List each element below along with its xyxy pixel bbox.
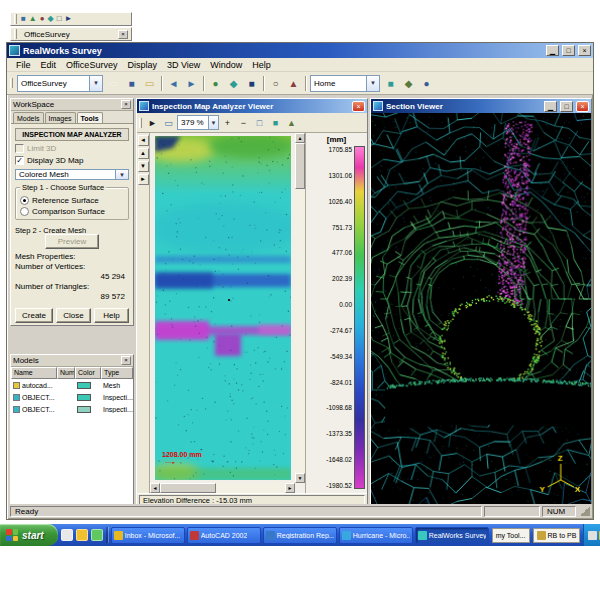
quick-launch-icon[interactable] <box>91 529 103 541</box>
model-row[interactable]: OBJECT...Inspecti... <box>11 403 133 415</box>
preview-button[interactable]: Preview <box>45 234 99 249</box>
limit-3d-row[interactable]: Limit 3D <box>15 144 129 153</box>
task-button[interactable]: Registration Rep... <box>263 527 337 544</box>
toolbar-icon[interactable]: ▲ <box>284 115 299 130</box>
chevron-down-icon[interactable]: ▼ <box>366 76 379 91</box>
close-button[interactable]: × <box>576 101 589 112</box>
toolbar-icon[interactable]: ◆ <box>225 75 242 92</box>
menu-item[interactable]: Edit <box>36 60 62 70</box>
minimize-button[interactable]: ▁ <box>546 45 559 56</box>
menu-item[interactable]: OfficeSurvey <box>61 60 122 70</box>
checkbox-limit-3d[interactable] <box>15 144 24 153</box>
toolbar-icon[interactable]: ● <box>40 14 45 24</box>
quick-launch-icon[interactable] <box>76 529 88 541</box>
menu-item[interactable]: 3D View <box>162 60 205 70</box>
floating-toolbar-officesurvey[interactable]: OfficeSurvey × <box>10 27 132 41</box>
scrollbar-thumb[interactable] <box>295 143 305 189</box>
chevron-down-icon[interactable]: ▼ <box>89 76 102 91</box>
floating-toolbar[interactable]: ■▲●◆□► <box>10 12 132 26</box>
workspace-tab-images[interactable]: Images <box>45 112 76 123</box>
close-icon[interactable]: × <box>121 356 131 365</box>
maximize-button[interactable]: □ <box>562 45 575 56</box>
map-canvas-area[interactable]: 1208.00 mm → ▲ ▼ ◄ ► <box>150 133 305 493</box>
close-button[interactable]: × <box>578 45 591 56</box>
toolbar-icon[interactable]: ► <box>138 174 149 185</box>
radio-comparison-surface[interactable] <box>20 207 29 216</box>
model-row[interactable]: OBJECT...Inspecti... <box>11 391 133 403</box>
workspace-tab-tools[interactable]: Tools <box>77 112 103 123</box>
toolbar-icon[interactable]: ► <box>183 75 200 92</box>
close-icon[interactable]: × <box>118 30 128 39</box>
toolbar-icon[interactable]: ■ <box>123 75 140 92</box>
deskband-my-tool[interactable]: my Tool... <box>492 528 530 543</box>
column-header[interactable]: Type <box>101 367 133 379</box>
checkbox-display-3d-map[interactable]: ✓ <box>15 156 24 165</box>
close-button[interactable]: Close <box>56 308 91 323</box>
create-button[interactable]: Create <box>15 308 53 323</box>
scroll-left-icon[interactable]: ◄ <box>150 483 160 493</box>
toolbar-icon[interactable]: ◆ <box>48 14 54 24</box>
task-button[interactable]: RealWorks Survey <box>415 527 489 544</box>
column-header[interactable]: Color <box>75 367 101 379</box>
scrollbar-thumb[interactable] <box>160 483 216 493</box>
app-titlebar[interactable]: RealWorks Survey ▁ □ × <box>7 43 593 58</box>
toolbar-icon[interactable]: ► <box>145 115 160 130</box>
section-viewer-body[interactable] <box>371 113 591 506</box>
toolbar-icon[interactable]: ▭ <box>105 75 122 92</box>
section-viewer-titlebar[interactable]: Section Viewer ▁ □ × <box>371 99 591 113</box>
close-button[interactable]: × <box>352 101 365 112</box>
toolbar-grip[interactable] <box>10 78 13 88</box>
toolbar-icon[interactable]: ▭ <box>161 115 176 130</box>
maximize-button[interactable]: □ <box>560 101 573 112</box>
toolbar-grip[interactable] <box>139 118 142 128</box>
vertical-scrollbar[interactable]: ▲ ▼ <box>295 133 305 483</box>
minimize-button[interactable]: ▁ <box>544 101 557 112</box>
toolbar-icon[interactable]: ◆ <box>400 75 417 92</box>
workspace-tab-models[interactable]: Models <box>13 112 44 123</box>
comparison-surface-row[interactable]: Comparison Surface <box>20 207 124 216</box>
toolbar-icon[interactable]: ◄ <box>138 135 149 146</box>
chevron-down-icon[interactable]: ▼ <box>208 116 218 129</box>
zoom-combo[interactable]: 379 % ▼ <box>177 115 219 130</box>
toolbar-icon[interactable]: − <box>236 115 251 130</box>
task-button[interactable]: Hurricane - Micro... <box>339 527 413 544</box>
toolbar-icon[interactable]: ■ <box>268 115 283 130</box>
toolbar-icon[interactable]: ▲ <box>29 14 37 24</box>
display-3d-map-row[interactable]: ✓ Display 3D Map <box>15 156 129 165</box>
inspection-map[interactable] <box>155 136 291 480</box>
menu-item[interactable]: Help <box>247 60 276 70</box>
task-button[interactable]: Inbox - Microsof... <box>111 527 185 544</box>
task-button[interactable]: AutoCAD 2002 <box>187 527 261 544</box>
menu-item[interactable]: Window <box>205 60 247 70</box>
toolbar-icon[interactable]: ● <box>207 75 224 92</box>
map-viewer-titlebar[interactable]: Inspection Map Analyzer Viewer × <box>137 99 367 113</box>
module-combo[interactable]: OfficeSurvey ▼ <box>17 75 103 92</box>
toolbar-grip[interactable] <box>14 29 17 39</box>
horizontal-scrollbar[interactable]: ◄ ► <box>150 483 295 493</box>
column-header[interactable]: Name <box>11 367 57 379</box>
quick-launch-icon[interactable] <box>61 529 73 541</box>
toolbar-icon[interactable]: + <box>220 115 235 130</box>
help-button[interactable]: Help <box>94 308 129 323</box>
toolbar-icon[interactable]: □ <box>252 115 267 130</box>
chevron-down-icon[interactable]: ▼ <box>115 170 128 179</box>
toolbar-grip[interactable] <box>14 14 17 24</box>
toolbar-icon[interactable]: ■ <box>243 75 260 92</box>
close-icon[interactable]: × <box>121 100 131 109</box>
model-row[interactable]: autocad...Mesh <box>11 379 133 391</box>
section-viewer-canvas[interactable] <box>371 113 591 506</box>
toolbar-icon[interactable]: ► <box>65 14 73 24</box>
menu-item[interactable]: File <box>11 60 36 70</box>
toolbar-icon[interactable]: ◄ <box>165 75 182 92</box>
radio-reference-surface[interactable] <box>20 196 29 205</box>
tray-icon[interactable] <box>588 531 597 540</box>
scroll-right-icon[interactable]: ► <box>285 483 295 493</box>
scroll-up-icon[interactable]: ▲ <box>295 133 305 143</box>
toolbar-icon[interactable]: ▲ <box>138 148 149 159</box>
toolbar-icon[interactable]: ○ <box>267 75 284 92</box>
start-button[interactable]: start <box>0 524 58 546</box>
toolbar-icon[interactable]: ▲ <box>285 75 302 92</box>
models-panel-title[interactable]: Models × <box>11 355 133 367</box>
view-combo[interactable]: Home ▼ <box>310 75 380 92</box>
resize-grip[interactable] <box>580 506 590 516</box>
